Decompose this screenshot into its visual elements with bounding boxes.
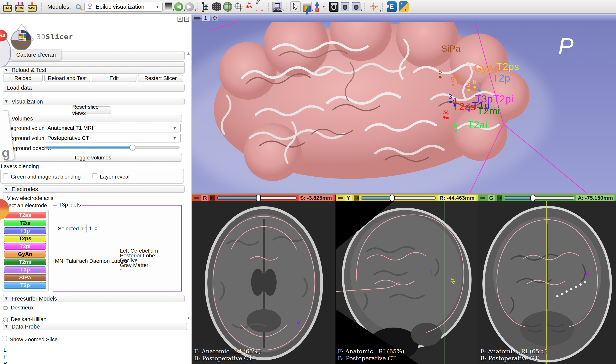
module-history-button[interactable]: ▾ xyxy=(165,2,172,11)
electrode-button-T2pi[interactable]: T2pi xyxy=(4,243,46,250)
slice-letter-chip[interactable]: G xyxy=(488,195,495,201)
mouse-interaction-button[interactable] xyxy=(290,1,301,12)
section-volumes[interactable]: Volumes xyxy=(3,115,182,122)
show-zoomed-slice-checkbox[interactable] xyxy=(2,336,7,341)
green-magenta-checkbox[interactable] xyxy=(3,173,8,178)
slice-view-yellow[interactable]: 1 5 Y R: -44.463mm F: Anatomic...RI (65%… xyxy=(336,195,478,364)
python-console-icon[interactable] xyxy=(398,1,409,12)
slicer-window: ⬆ DATA ⬇⬆ DCM ⬇ SAVE Modules: KM Epiloc … xyxy=(0,0,616,364)
extensions-manager-icon[interactable]: E xyxy=(387,1,397,12)
view-options-icon[interactable] xyxy=(212,15,218,21)
toggle-volumes-button[interactable]: Toggle volumes xyxy=(3,154,182,162)
dicom-icon[interactable]: ⬇⬆ DCM xyxy=(15,1,25,12)
undock-panel-button[interactable]: ⧉ xyxy=(178,17,182,22)
freesurfer-item-desikan-killiani[interactable]: Desikan-Killiani xyxy=(11,316,48,322)
slice-model-icon[interactable] xyxy=(210,195,215,200)
visibility-eye-icon[interactable] xyxy=(3,306,8,310)
section-electrodes[interactable]: Electrodes xyxy=(3,185,185,193)
module-back-button[interactable]: ◀▾ xyxy=(174,2,183,11)
section-reload-test[interactable]: Reload & Test xyxy=(3,66,185,74)
electrode-button-T2p[interactable]: T2p xyxy=(4,282,46,289)
electrode-button-T3p[interactable]: T3p xyxy=(4,266,46,273)
module-panel: ⧉ ✕ 3DSlicer He Capture d'écran Reload &… xyxy=(0,14,191,364)
background-volume-selector[interactable]: Postoperative CT ▼ xyxy=(44,134,181,143)
pin-icon[interactable] xyxy=(480,197,485,199)
selected-plot-label: Selected plot: xyxy=(58,226,90,232)
save-icon-label: SAVE xyxy=(28,6,37,10)
screenshot-button[interactable] xyxy=(329,2,338,12)
section-data-probe[interactable]: Data Probe xyxy=(3,323,187,330)
scene-view-capture-button[interactable] xyxy=(341,2,349,11)
electrode-button-T2mi[interactable]: T2mi xyxy=(4,259,46,265)
layout-selector-button[interactable]: ▾ xyxy=(272,2,282,12)
pin-icon[interactable] xyxy=(338,197,343,199)
module-search-button[interactable] xyxy=(74,2,82,11)
electrode-button-T2ps[interactable]: T2ps xyxy=(4,235,46,242)
adjust-window-level-button[interactable]: ▾ xyxy=(303,2,311,12)
models-icon[interactable] xyxy=(223,2,232,12)
scene-view-restore-button[interactable]: ▾ xyxy=(352,2,360,11)
pin-icon[interactable] xyxy=(194,197,199,199)
module-selector-value: Epiloc visualization xyxy=(96,3,153,10)
slice-letter-chip[interactable]: Y xyxy=(345,195,352,201)
scroll-down-arrow[interactable]: ▼ xyxy=(186,316,191,320)
foreground-opacity-slider[interactable] xyxy=(45,146,180,149)
foreground-volume-selector[interactable]: Anatomical T1 MRI ▼ xyxy=(44,124,181,132)
search-icon xyxy=(76,4,81,9)
slider-handle[interactable] xyxy=(256,195,261,201)
reload-and-test-button[interactable]: Reload and Test xyxy=(44,75,90,82)
slider-handle[interactable] xyxy=(390,195,395,201)
scroll-up-arrow[interactable]: ▲ xyxy=(186,51,191,55)
layer-reveal-checkbox[interactable] xyxy=(92,173,97,178)
visibility-eye-icon[interactable] xyxy=(3,318,8,321)
electrode-button-GyAn[interactable]: GyAn xyxy=(4,251,46,258)
slice-model-icon[interactable] xyxy=(354,195,359,200)
red-slice-controller[interactable]: R S: -3.825mm xyxy=(192,195,335,201)
module-selector[interactable]: KM Epiloc visualization ▼ xyxy=(84,2,163,12)
save-icon[interactable]: ⬇ SAVE xyxy=(27,1,37,12)
volume-rendering-icon[interactable] xyxy=(212,2,221,12)
restart-slicer-button[interactable]: Restart Slicer xyxy=(138,75,183,82)
close-panel-button[interactable]: ✕ xyxy=(184,17,189,22)
module-forward-button[interactable]: ▶▾ xyxy=(185,2,194,11)
crosshair-button[interactable]: ▾ xyxy=(369,2,379,12)
yellow-slice-controller[interactable]: Y R: -44.463mm xyxy=(336,195,478,201)
threed-view[interactable]: 1 P SiPa GyAn T2ps T2p T3p T2pi T2as T1p… xyxy=(192,14,616,193)
contact-marker: 6 xyxy=(454,122,458,132)
selected-plot-spinbox[interactable]: 1 ▲▼ xyxy=(86,224,98,233)
slice-model-icon[interactable] xyxy=(497,195,502,200)
contact-marker: 4 xyxy=(453,96,456,107)
pin-icon[interactable] xyxy=(194,17,200,19)
place-fiducial-button[interactable]: ▾ xyxy=(313,1,321,12)
electrode-button-T1p[interactable]: T1p xyxy=(4,227,46,234)
electrode-button-T2ai[interactable]: T2ai xyxy=(4,220,46,226)
dcm-icon-label: DCM xyxy=(16,6,24,10)
markups-icon[interactable]: ✳✳✳ xyxy=(245,2,254,12)
transforms-icon[interactable] xyxy=(234,2,243,12)
reset-slice-views-button[interactable]: Reset slice views xyxy=(72,106,110,114)
slice-view-green[interactable]: 8 G A: -75.150mm F: Anatomic...RI (65%) … xyxy=(478,195,616,364)
slider-handle[interactable] xyxy=(129,145,135,150)
slice-letter-chip[interactable]: R xyxy=(201,195,208,201)
section-freesurfer-models[interactable]: Freesurfer Models xyxy=(3,295,185,302)
green-slice-controller[interactable]: G A: -75.150mm xyxy=(478,195,616,201)
load-data-button[interactable]: Load data xyxy=(3,84,185,92)
green-slice-offset-slider[interactable] xyxy=(504,196,574,200)
background-annotation: B: Postoperative CT xyxy=(194,355,252,362)
freesurfer-item-destrieux[interactable]: Destrieux xyxy=(11,305,34,311)
electrode-button-T2as[interactable]: T2as xyxy=(4,212,46,219)
slider-handle[interactable] xyxy=(530,195,535,201)
view-splitter[interactable] xyxy=(192,193,616,195)
threed-view-controller-bar[interactable]: 1 xyxy=(192,14,616,22)
load-data-icon[interactable]: ⬆ DATA xyxy=(2,1,13,12)
yellow-slice-offset-slider[interactable] xyxy=(361,196,436,200)
subject-hierarchy-icon[interactable] xyxy=(202,2,210,11)
red-slice-offset-slider[interactable] xyxy=(217,196,297,200)
electrode-button-SiPa[interactable]: SiPa xyxy=(4,274,46,281)
edit-button[interactable]: Edit xyxy=(92,75,136,82)
slice-view-red[interactable]: R S: -3.825mm F: Anatomic...RI (65%) B: … xyxy=(192,195,335,364)
slice-offset-value: S: -3.825mm xyxy=(298,195,334,201)
spinbox-arrows[interactable]: ▲▼ xyxy=(94,224,98,233)
annotations-icon[interactable] xyxy=(256,2,264,12)
reload-button[interactable]: Reload xyxy=(3,75,43,82)
